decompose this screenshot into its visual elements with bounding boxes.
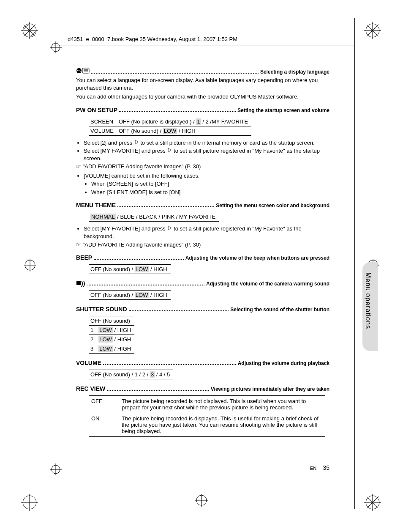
cell: NORMAL / BLUE / BLACK / PINK / MY FAVORI…: [89, 212, 219, 222]
bullet-list: Select [2] and press to set a still pict…: [84, 139, 329, 162]
list-item: [VOLUME] cannot be set in the following …: [84, 172, 329, 196]
list-item: Select [MY FAVORITE] and press to set a …: [84, 225, 329, 240]
cell: SCREEN: [89, 117, 117, 126]
section-label: REC VIEW: [76, 385, 105, 392]
section-beep: BEEP Adjusting the volume of the beep wh…: [76, 254, 329, 261]
cell: VOLUME: [89, 126, 117, 135]
register-mark-br: [364, 494, 381, 511]
section-desc: Adjusting the volume of the camera warni…: [206, 281, 329, 287]
body-text: You can select a language for on-screen …: [76, 77, 329, 91]
theme-table: NORMAL / BLUE / BLACK / PINK / MY FAVORI…: [89, 212, 219, 222]
page-footer: EN 35: [76, 464, 329, 471]
cell: 2: [89, 335, 97, 344]
section-label: BEEP: [76, 254, 92, 261]
section-shutter: SHUTTER SOUND Selecting the sound of the…: [76, 306, 329, 313]
register-mark-tl: [21, 22, 38, 39]
recview-table: OFFThe picture being recorded is not dis…: [89, 395, 325, 437]
arrow-icon: [167, 148, 172, 154]
section-desc: Viewing pictures immediately after they …: [211, 386, 329, 392]
cell: ON: [89, 413, 119, 437]
volume-table: OFF (No sound) / 1 / 2 / 3 / 4 / 5: [89, 370, 173, 379]
list-item: When [SCREEN] is set to [OFF]: [91, 180, 329, 188]
cell: LOW / HIGH: [97, 326, 134, 335]
stop-icon: [76, 280, 81, 287]
section-label: MENU THEME: [76, 202, 116, 208]
section-desc: Adjusting the volume during playback: [238, 360, 329, 366]
shutter-table: OFF (No sound) 1LOW / HIGH 2LOW / HIGH 3…: [89, 316, 134, 354]
section-volume: VOLUME Adjusting the volume during playb…: [76, 359, 329, 366]
bullet-list: [VOLUME] cannot be set in the following …: [84, 172, 329, 196]
content-area: Selecting a display language You can sel…: [76, 68, 329, 437]
cell: LOW / HIGH: [97, 335, 134, 344]
hand-icon: ☞: [76, 241, 83, 248]
header-rule: [50, 46, 354, 46]
cell: OFF (No sound) / LOW / HIGH: [89, 265, 171, 274]
bullet-list: Select [MY FAVORITE] and press to set a …: [84, 225, 329, 240]
cell: OFF (No sound) / LOW / HIGH: [117, 126, 251, 135]
section-desc: Selecting a display language: [260, 69, 329, 75]
cell: OFF (No picture is displayed.) / 1 / 2 /…: [117, 117, 251, 126]
hand-icon: ☞: [76, 163, 83, 170]
register-mark-bl: [21, 494, 38, 511]
cell: OFF (No sound) / LOW / HIGH: [89, 291, 171, 300]
section-warn: )) Adjusting the volume of the camera wa…: [76, 280, 329, 287]
arrow-icon: [134, 140, 139, 146]
page-number: 35: [323, 464, 329, 471]
sound-icon: )): [81, 280, 85, 287]
cell: 3: [89, 344, 97, 354]
section-label: SHUTTER SOUND: [76, 306, 127, 313]
list-item: Select [2] and press to set a still pict…: [84, 139, 329, 147]
register-mark-tr: [364, 22, 381, 39]
list-item: Select [MY FAVORITE] and press to set a …: [84, 147, 329, 162]
section-desc: Setting the startup screen and volume: [237, 107, 329, 113]
body-text: You can add other languages to your came…: [76, 93, 329, 101]
cell: OFF (No sound): [89, 316, 134, 326]
svg-point-35: [76, 68, 82, 73]
menu-icon: [82, 68, 90, 75]
register-mark-ml: [24, 259, 36, 271]
section-theme: MENU THEME Setting the menu screen color…: [76, 202, 329, 208]
footer-lang: EN: [310, 466, 316, 471]
section-desc: Selecting the sound of the shutter butto…: [230, 307, 329, 313]
cell: OFF: [89, 396, 119, 413]
section-recview: REC VIEW Viewing pictures immediately af…: [76, 385, 329, 392]
pwon-table: SCREENOFF (No picture is displayed.) / 1…: [89, 117, 251, 136]
list-item: When [SILENT MODE] is set to [ON]: [91, 189, 329, 196]
ref-line: ☞ "ADD FAVORITE Adding favorite images" …: [76, 163, 329, 170]
cell: The picture being recorded is not displa…: [119, 396, 325, 413]
svg-rect-40: [76, 281, 81, 285]
ref-line: ☞ "ADD FAVORITE Adding favorite images" …: [76, 241, 329, 249]
cell: LOW / HIGH: [97, 344, 134, 354]
cell: 1: [89, 326, 97, 335]
beep-table: OFF (No sound) / LOW / HIGH: [89, 264, 171, 274]
section-label: VOLUME: [76, 359, 101, 366]
globe-icon: [76, 68, 82, 75]
cell: OFF (No sound) / 1 / 2 / 3 / 4 / 5: [89, 370, 173, 379]
page-header: d4351_e_0000_7.book Page 35 Wednesday, A…: [68, 36, 237, 42]
section-pwon: PW ON SETUP Setting the startup screen a…: [76, 107, 329, 113]
section-desc: Setting the menu screen color and backgr…: [216, 203, 329, 208]
section-language: Selecting a display language: [76, 68, 329, 75]
section-label: PW ON SETUP: [76, 107, 117, 113]
warn-table: OFF (No sound) / LOW / HIGH: [89, 290, 171, 300]
side-tab-label: Menu operations: [364, 272, 372, 329]
section-desc: Adjusting the volume of the beep when bu…: [185, 255, 329, 261]
cell: The picture being recorded is displayed.…: [119, 413, 325, 437]
arrow-icon: [167, 225, 172, 232]
